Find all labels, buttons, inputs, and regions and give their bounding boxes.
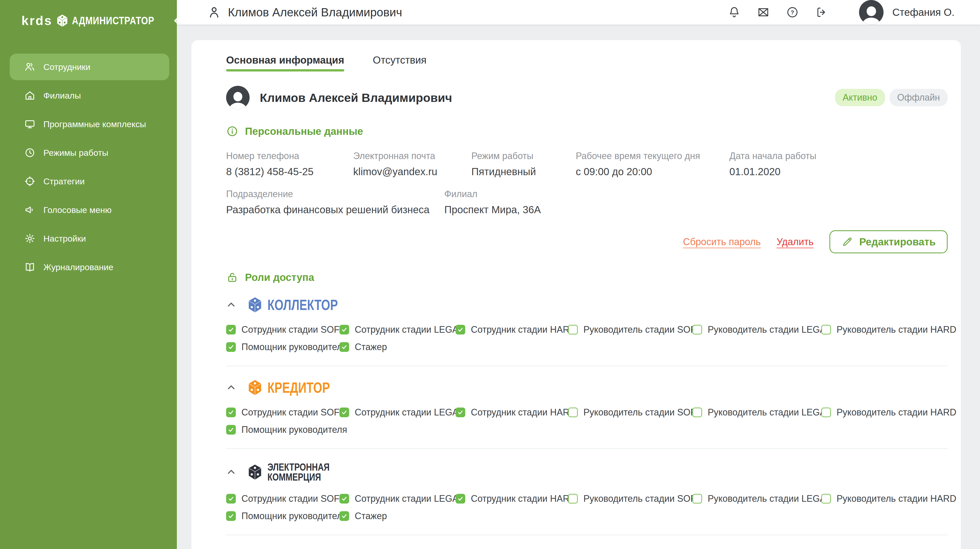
role-checkbox-item[interactable]: Сотрудник стадии SOFT (226, 407, 339, 418)
role-label: Сотрудник стадии SOFT (242, 493, 345, 504)
checkbox-icon[interactable] (455, 494, 465, 504)
role-label: Помощник руководителя (242, 342, 347, 353)
role-checkbox-item[interactable]: Руководитель стадии HARD (821, 493, 948, 504)
product-logo-text: КОЛЛЕКТОР (267, 298, 338, 312)
checkbox-icon[interactable] (226, 407, 236, 417)
checkbox-icon[interactable] (226, 511, 236, 521)
role-label: Стажер (355, 511, 387, 522)
role-checkbox-grid: Сотрудник стадии SOFT Сотрудник стадии L… (226, 493, 948, 522)
sidebar-item-strategies[interactable]: Стратегии (10, 168, 169, 195)
role-label: Стажер (355, 342, 387, 353)
checkbox-icon[interactable] (692, 407, 702, 417)
role-checkbox-item[interactable]: Руководитель стадии HARD (821, 407, 948, 418)
logo-cube-icon (57, 14, 68, 27)
role-checkbox-item[interactable]: Сотрудник стадии SOFT (226, 493, 339, 504)
user-avatar[interactable] (859, 0, 883, 24)
employee-avatar (226, 86, 250, 109)
checkbox-icon[interactable] (821, 407, 831, 417)
role-checkbox-item[interactable]: Сотрудник стадии HARD (455, 407, 568, 418)
employee-card: Основная информация Отсутствия Климов Ал… (191, 40, 961, 549)
role-label: Сотрудник стадии HARD (471, 324, 576, 335)
sidebar-item-work-modes[interactable]: Режимы работы (10, 139, 169, 166)
role-checkbox-item[interactable]: Помощник руководителя (226, 425, 339, 435)
tab-absences[interactable]: Отсутствия (373, 54, 426, 72)
role-checkbox-item[interactable]: Руководитель стадии HARD (821, 324, 948, 335)
role-checkbox-item[interactable]: Руководитель стадии LEGAL (692, 493, 821, 504)
role-checkbox-item[interactable]: Руководитель стадии LEGAL (692, 324, 821, 335)
pencil-icon (842, 236, 853, 248)
checkbox-icon[interactable] (455, 407, 465, 417)
role-checkbox-item[interactable]: Стажер (339, 511, 455, 522)
help-icon[interactable]: ? (785, 5, 800, 20)
section-divider (226, 448, 948, 449)
mail-icon[interactable] (756, 5, 771, 20)
sidebar-item-voice-menus[interactable]: Голосовые меню (10, 196, 169, 223)
role-label: Сотрудник стадии LEGAL (355, 407, 463, 418)
checkbox-icon[interactable] (821, 325, 831, 335)
checkbox-icon[interactable] (339, 494, 349, 504)
checkbox-icon[interactable] (568, 325, 578, 335)
checkbox-icon[interactable] (226, 494, 236, 504)
role-checkbox-item[interactable]: Руководитель стадии SOFT (568, 324, 692, 335)
checkbox-icon[interactable] (226, 342, 236, 352)
role-label: Руководитель стадии HARD (837, 407, 956, 418)
role-checkbox-item[interactable]: Сотрудник стадии LEGAL (339, 493, 455, 504)
personal-fields-row1: Номер телефона 8 (3812) 458-45-25 Электр… (226, 151, 948, 177)
checkbox-icon[interactable] (692, 494, 702, 504)
checkbox-icon[interactable] (226, 325, 236, 335)
reset-password-link[interactable]: Сбросить пароль (683, 236, 761, 247)
chevron-up-icon[interactable] (226, 467, 236, 477)
delete-link[interactable]: Удалить (776, 236, 814, 247)
sidebar-item-logging[interactable]: Журналирование (10, 254, 169, 280)
sidebar-item-software[interactable]: Программные комплексы (10, 111, 169, 137)
role-label: Руководитель стадии SOFT (584, 324, 702, 335)
role-checkbox-item[interactable]: Сотрудник стадии SOFT (226, 324, 339, 335)
access-roles-header: Роли доступа (226, 271, 948, 283)
checkbox-icon[interactable] (339, 511, 349, 521)
sidebar-item-settings[interactable]: Настройки (10, 225, 169, 252)
role-checkbox-item[interactable]: Сотрудник стадии HARD (455, 324, 568, 335)
sidebar-item-branches[interactable]: Филиалы (10, 82, 169, 109)
role-label: Помощник руководителя (242, 425, 347, 435)
checkbox-icon[interactable] (455, 325, 465, 335)
role-checkbox-item[interactable]: Сотрудник стадии LEGAL (339, 407, 455, 418)
checkbox-icon[interactable] (226, 425, 236, 435)
role-label: Руководитель стадии HARD (837, 493, 956, 504)
chevron-up-icon[interactable] (226, 383, 236, 393)
topbar-actions: ? Стефания О. (713, 0, 955, 24)
checkbox-icon[interactable] (339, 342, 349, 352)
checkbox-icon[interactable] (339, 325, 349, 335)
tab-main-info[interactable]: Основная информация (226, 54, 344, 72)
role-checkbox-item[interactable]: Руководитель стадии LEGAL (692, 407, 821, 418)
notifications-bell-icon[interactable] (727, 5, 741, 20)
user-name[interactable]: Стефания О. (892, 6, 955, 18)
role-checkbox-item[interactable]: Помощник руководителя (226, 342, 339, 353)
product-logo-text: КРЕДИТОР (267, 380, 330, 394)
role-label: Сотрудник стадии LEGAL (355, 493, 463, 504)
checkbox-icon[interactable] (692, 325, 702, 335)
field-work-mode: Режим работы Пятидневный (471, 151, 576, 177)
checkbox-icon[interactable] (568, 494, 578, 504)
sidebar-item-label: Программные комплексы (43, 119, 146, 129)
role-label: Сотрудник стадии SOFT (242, 324, 345, 335)
roles-sections: КОЛЛЕКТОР Сотрудник стадии SOFT Сотрудни… (226, 297, 948, 549)
logout-icon[interactable] (814, 5, 829, 20)
role-checkbox-item[interactable]: Сотрудник стадии LEGAL (339, 324, 455, 335)
checkbox-icon[interactable] (821, 494, 831, 504)
field-start-date: Дата начала работы 01.01.2020 (729, 151, 948, 177)
role-checkbox-item[interactable]: Сотрудник стадии HARD (455, 493, 568, 504)
chevron-up-icon[interactable] (226, 300, 236, 310)
edit-button[interactable]: Редактировать (829, 230, 948, 253)
tabs: Основная информация Отсутствия (226, 54, 948, 72)
role-checkbox-item[interactable]: Руководитель стадии SOFT (568, 407, 692, 418)
role-label: Руководитель стадии SOFT (584, 493, 702, 504)
role-checkbox-item[interactable]: Стажер (339, 342, 455, 353)
role-checkbox-item[interactable]: Помощник руководителя (226, 511, 339, 522)
sidebar-item-label: Режимы работы (43, 148, 108, 158)
checkbox-icon[interactable] (568, 407, 578, 417)
home-icon (24, 89, 36, 101)
checkbox-icon[interactable] (339, 407, 349, 417)
role-checkbox-item[interactable]: Руководитель стадии SOFT (568, 493, 692, 504)
sidebar-item-employees[interactable]: Сотрудники (10, 54, 169, 80)
role-label: Сотрудник стадии HARD (471, 493, 576, 504)
